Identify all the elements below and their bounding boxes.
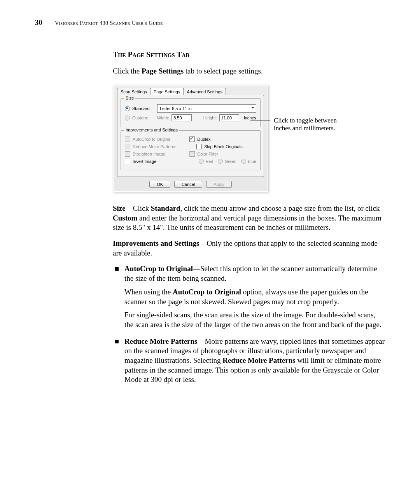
blue-label: Blue — [248, 159, 256, 164]
tab-page-settings[interactable]: Page Settings — [150, 88, 184, 95]
size-legend: Size — [124, 96, 135, 100]
standard-size-dropdown[interactable]: Letter 8.5 x 11 in — [157, 104, 256, 113]
units-toggle[interactable]: inches — [244, 116, 256, 120]
duplex-label: Duplex — [197, 137, 210, 142]
running-head-text: Visioneer Patriot 430 Scanner User's Gui… — [55, 20, 163, 26]
size-paragraph-text: —Click Standard, click the menu arrow an… — [113, 204, 382, 231]
custom-label: Custom: — [132, 116, 155, 120]
green-radio[interactable] — [218, 159, 223, 164]
tab-scan-settings[interactable]: Scan Settings — [117, 88, 150, 95]
bullet-autocrop: AutoCrop to Original—Select this option … — [115, 264, 385, 329]
bullet-autocrop-p3: For single-sided scans, the scan area is… — [124, 310, 385, 329]
straighten-label: Straighten Image — [133, 152, 165, 156]
tab-advanced-settings[interactable]: Advanced Settings — [183, 88, 226, 95]
standard-label: Standard: — [132, 106, 155, 111]
running-head: 30 Visioneer Patriot 430 Scanner User's … — [35, 19, 385, 27]
size-paragraph: Size—Click Standard, click the menu arro… — [113, 204, 385, 233]
color-filter-checkbox[interactable] — [189, 151, 195, 157]
height-label: Height: — [203, 116, 217, 120]
moire-checkbox[interactable] — [125, 144, 130, 149]
green-label: Green — [224, 159, 236, 164]
bullet-autocrop-p2: When using the AutoCrop to Original opti… — [124, 287, 385, 306]
standard-radio[interactable] — [125, 106, 130, 111]
improvements-legend: Improvements and Settings — [124, 128, 179, 132]
improvements-group: Improvements and Settings AutoCrop to Or… — [121, 130, 261, 170]
invert-checkbox[interactable] — [125, 159, 130, 164]
intro-text: Click the Page Settings tab to select pa… — [113, 67, 385, 75]
autocrop-checkbox[interactable] — [125, 136, 130, 142]
width-label: Width: — [157, 116, 169, 120]
red-label: Red — [205, 159, 213, 164]
skip-blank-checkbox[interactable] — [196, 144, 202, 149]
height-field[interactable]: 11.00 — [219, 114, 240, 121]
page-settings-dialog: Scan Settings Page Settings Advanced Set… — [113, 85, 268, 192]
width-field[interactable]: 8.50 — [172, 114, 192, 121]
skip-blank-label: Skip Blank Originals — [204, 144, 242, 149]
autocrop-label: AutoCrop to Original — [133, 137, 172, 142]
section-title: The Page Settings Tab — [113, 50, 385, 59]
blue-radio[interactable] — [241, 159, 246, 164]
duplex-checkbox[interactable] — [189, 136, 195, 142]
moire-label: Reduce Moire Patterns — [133, 144, 177, 149]
red-radio[interactable] — [199, 159, 204, 164]
color-filter-label: Color Filter — [197, 152, 218, 156]
invert-label: Invert Image — [133, 159, 156, 164]
size-group: Size Standard: Letter 8.5 x 11 in Custom… — [121, 98, 261, 127]
custom-radio[interactable] — [125, 116, 130, 121]
improvements-paragraph: Improvements and Settings—Only the optio… — [113, 239, 385, 258]
bullet-moire: Reduce Moire Patterns—Moire patterns are… — [115, 337, 385, 385]
ok-button[interactable]: OK — [149, 181, 170, 188]
units-callout: Click to toggle between inches and milli… — [274, 117, 340, 132]
apply-button[interactable]: Apply — [206, 181, 232, 188]
straighten-checkbox[interactable] — [125, 151, 130, 157]
page-number: 30 — [35, 19, 42, 26]
cancel-button[interactable]: Cancel — [174, 181, 202, 188]
